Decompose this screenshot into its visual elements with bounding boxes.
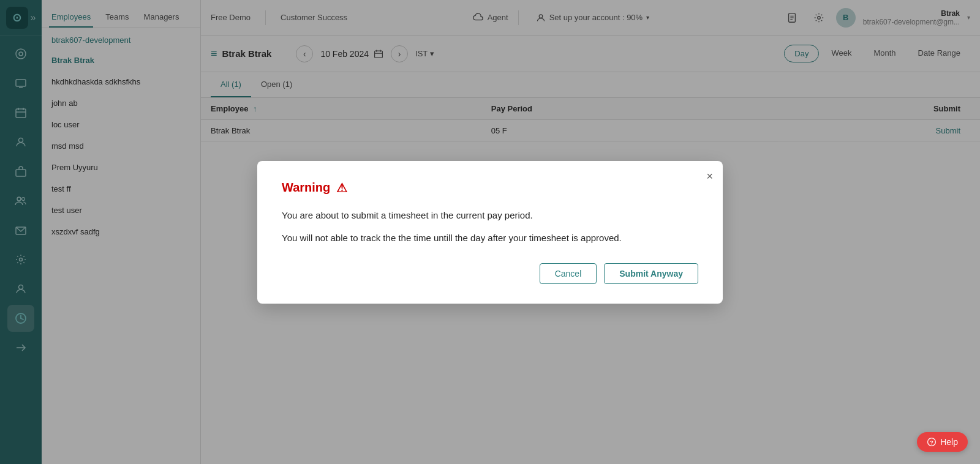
help-icon: ? — [927, 437, 937, 447]
dialog-actions: Cancel Submit Anyway — [282, 263, 698, 284]
dialog-close-button[interactable]: × — [706, 171, 713, 182]
dialog-title-text: Warning — [282, 181, 330, 195]
svg-text:?: ? — [930, 439, 933, 446]
warning-icon: ⚠ — [336, 181, 347, 195]
modal-overlay: × Warning ⚠ You are about to submit a ti… — [0, 0, 980, 464]
warning-dialog: × Warning ⚠ You are about to submit a ti… — [257, 161, 723, 304]
dialog-message2: You will not able to track the the time … — [282, 230, 698, 246]
cancel-button[interactable]: Cancel — [540, 263, 597, 284]
help-button[interactable]: ? Help — [917, 432, 968, 452]
help-label: Help — [940, 437, 958, 447]
dialog-message1: You are about to submit a timesheet in t… — [282, 208, 698, 223]
dialog-title: Warning ⚠ — [282, 181, 698, 195]
submit-anyway-button[interactable]: Submit Anyway — [604, 263, 698, 284]
dialog-body: You are about to submit a timesheet in t… — [282, 208, 698, 246]
